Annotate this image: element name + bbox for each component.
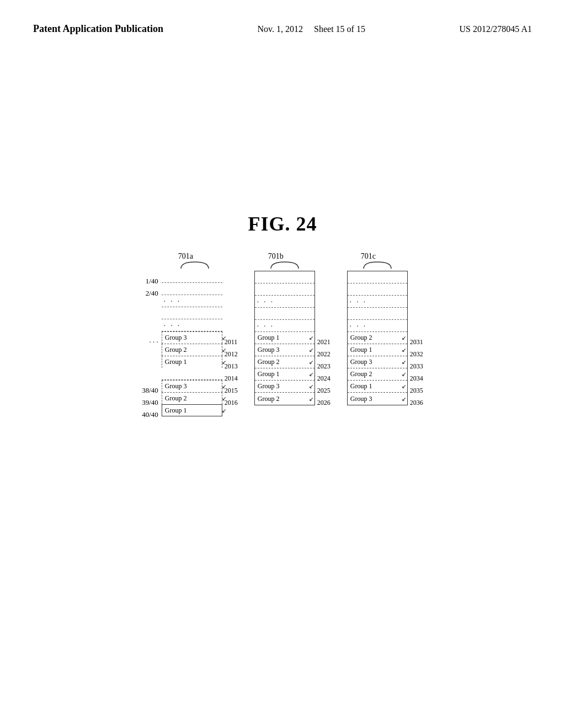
- spacer-a5: [225, 324, 238, 336]
- col-a-name: 701a: [178, 252, 193, 261]
- col-b-rows: · · · · · · Group 1↙ Group 3↙ Group 2↙ G…: [254, 271, 315, 405]
- spacer-a4: [225, 312, 238, 324]
- num-2025: 2025: [317, 384, 331, 397]
- col-a-section: 1/40 2/40 · · · 38/40 39/40 40/40 701a: [142, 252, 238, 421]
- col-c-numbers: 2031 2032 2033 2034 2035 2036: [408, 275, 423, 409]
- num-2033: 2033: [410, 360, 423, 372]
- date-label: Nov. 1, 2012: [258, 24, 303, 34]
- col-b-numbers: 2021 2022 2023 2024 2025 2026: [315, 275, 331, 409]
- num-2012: 2012: [225, 348, 238, 360]
- num-2026: 2026: [317, 397, 331, 409]
- col-c: 701c · · · · · · Group 2↙ Group 1↙ Group…: [347, 252, 408, 405]
- spacer-b5: [317, 324, 331, 336]
- col-a: 701a · · · · · · Group 3↙ Group 2↙ Group…: [162, 252, 222, 416]
- col-b-group3b: Group 3↙: [255, 381, 315, 393]
- col-b-group3: Group 3↙: [255, 344, 315, 356]
- diagram-area: 1/40 2/40 · · · 38/40 39/40 40/40 701a: [0, 252, 565, 421]
- num-2032: 2032: [410, 348, 423, 360]
- spacer-c5: [410, 324, 423, 336]
- left-row-labels: 1/40 2/40 · · · 38/40 39/40 40/40: [142, 275, 162, 421]
- col-a-row-1: [162, 271, 222, 283]
- col-b-name: 701b: [268, 252, 284, 261]
- num-2035: 2035: [410, 384, 423, 397]
- col-a-row-4: [162, 307, 222, 319]
- num-2015: 2015: [225, 384, 238, 397]
- col-c-row-1: [348, 271, 407, 283]
- header-left: Patent Application Publication: [33, 22, 163, 36]
- col-c-group1: Group 1↙: [348, 344, 407, 356]
- spacer-b4: [317, 312, 331, 324]
- num-2013: 2013: [225, 360, 238, 372]
- col-c-ellipsis-2: · · ·: [348, 320, 407, 332]
- col-a-brace: [178, 261, 211, 270]
- col-b-row-2: [255, 283, 315, 296]
- label-38-40: 38/40: [142, 384, 158, 397]
- spacer-b1: [317, 275, 331, 287]
- col-b-ellipsis-2: · · ·: [255, 320, 315, 332]
- spacer-a1: [225, 275, 238, 287]
- col-b-group2b: Group 2↙: [255, 393, 315, 405]
- header-right: US 2012/278045 A1: [459, 24, 532, 34]
- num-2034: 2034: [410, 372, 423, 384]
- patent-number: US 2012/278045 A1: [459, 24, 532, 34]
- col-b-header: 701b: [254, 252, 315, 270]
- col-b: 701b · · · · · · Group 1↙ Group 3↙ Group…: [254, 252, 315, 405]
- col-c-row-4: [348, 308, 407, 320]
- col-b-row-4: [255, 308, 315, 320]
- col-a-group2b: Group 2↙: [162, 392, 222, 404]
- col-c-group3a: Group 3↙: [348, 356, 407, 368]
- col-a-ellipsis-2: · · ·: [162, 319, 222, 331]
- col-a-group2: Group 2↙: [162, 344, 222, 356]
- col-a-group3b: Group 3↙: [162, 380, 222, 392]
- spacer-c3: [410, 299, 423, 312]
- num-2011: 2011: [225, 336, 238, 348]
- col-b-section: 701b · · · · · · Group 1↙ Group 3↙ Group…: [254, 252, 331, 409]
- col-c-group2b: Group 2↙: [348, 368, 407, 381]
- col-a-group1b: Group 1↙: [162, 404, 222, 416]
- spacer-c1: [410, 275, 423, 287]
- num-2014: 2014: [225, 372, 238, 384]
- col-a-rows: · · · · · · Group 3↙ Group 2↙ Group 1↙ G…: [162, 271, 222, 416]
- spacer-a2: [225, 287, 238, 299]
- label-dot4: · · ·: [150, 336, 158, 348]
- num-2022: 2022: [317, 348, 331, 360]
- col-a-row-2: [162, 283, 222, 295]
- label-1-40: 1/40: [146, 275, 158, 287]
- spacer-c2: [410, 287, 423, 299]
- col-b-brace: [268, 261, 301, 270]
- col-a-group1a: Group 1↙: [162, 356, 222, 368]
- spacer-c4: [410, 312, 423, 324]
- col-b-row-1: [255, 271, 315, 283]
- col-b-group2a: Group 2↙: [255, 356, 315, 368]
- num-2016: 2016: [225, 397, 238, 409]
- col-b-group1b: Group 1↙: [255, 368, 315, 381]
- num-2036: 2036: [410, 397, 423, 409]
- label-40-40: 40/40: [142, 409, 158, 421]
- spacer-a3: [225, 299, 238, 312]
- col-a-ellipsis-1: · · ·: [162, 295, 222, 307]
- col-b-ellipsis-1: · · ·: [255, 296, 315, 308]
- col-c-brace: [361, 261, 394, 270]
- col-b-group1: Group 1↙: [255, 332, 315, 344]
- num-2021: 2021: [317, 336, 331, 348]
- figure-title: FIG. 24: [0, 212, 565, 235]
- col-c-row-2: [348, 283, 407, 296]
- label-2-40: 2/40: [146, 287, 158, 299]
- label-39-40: 39/40: [142, 397, 158, 409]
- sheet-label: Sheet 15 of 15: [314, 24, 365, 34]
- col-a-group3: Group 3↙: [162, 331, 222, 344]
- col-c-header: 701c: [347, 252, 408, 270]
- spacer-b3: [317, 299, 331, 312]
- header-center: Nov. 1, 2012 Sheet 15 of 15: [258, 24, 365, 34]
- col-c-name: 701c: [361, 252, 376, 261]
- col-c-rows: · · · · · · Group 2↙ Group 1↙ Group 3↙ G…: [347, 271, 408, 405]
- publication-label: Patent Application Publication: [33, 23, 163, 34]
- col-a-header: 701a: [162, 252, 222, 270]
- col-c-ellipsis-1: · · ·: [348, 296, 407, 308]
- col-c-section: 701c · · · · · · Group 2↙ Group 1↙ Group…: [347, 252, 423, 409]
- spacer-b2: [317, 287, 331, 299]
- num-2031: 2031: [410, 336, 423, 348]
- page-header: Patent Application Publication Nov. 1, 2…: [0, 0, 565, 36]
- col-c-group1b: Group 1↙: [348, 381, 407, 393]
- col-c-group3b: Group 3↙: [348, 393, 407, 405]
